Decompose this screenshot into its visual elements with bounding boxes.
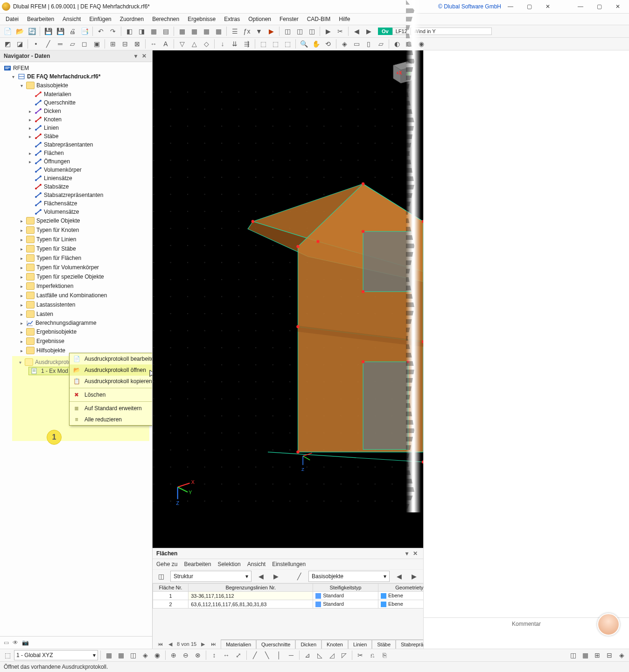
filter-icon[interactable]: ▼ [253,26,265,37]
tree-item[interactable]: ▸Dicken [25,107,152,115]
menu-extras[interactable]: Extras [220,15,244,23]
set2-icon[interactable]: ⊟ [119,38,131,49]
tab-materialien[interactable]: Materialien [221,640,256,649]
bt16-icon[interactable]: ⊿ [302,650,313,661]
fx-icon[interactable]: ƒx [241,26,252,37]
bt5-icon[interactable]: ◉ [152,650,163,661]
res2-icon[interactable]: ◫ [294,26,305,37]
tree-item[interactable]: ▸Knoten [25,116,152,123]
mdi-close-button[interactable]: ✕ [538,0,557,13]
tool4-icon[interactable]: ▤ [160,26,171,37]
pager-last-icon[interactable]: ⏭ [210,640,217,648]
tree-root[interactable]: RFEM [2,64,152,72]
bt10-icon[interactable]: ↔ [221,650,232,661]
fl-left-icon[interactable]: ◀ [255,571,266,582]
side-icon[interactable]: ▯ [363,38,374,49]
bt8-icon[interactable]: ⊗ [192,650,203,661]
bt-r3-icon[interactable]: ⊞ [592,650,603,661]
ctx-edit[interactable]: 📄Ausdruckprotokoll bearbeiten [70,353,152,364]
zoom-icon[interactable]: 🔍 [298,38,309,49]
tree-folder[interactable]: ▸Lastfälle und Kombinationen [17,291,152,300]
res1-icon[interactable]: ◫ [282,26,293,37]
load-case-selector[interactable]: Ov LF12 Wind in Y [378,28,492,35]
pager-next-icon[interactable]: ▶ [199,640,207,648]
ctx-collapse[interactable]: ≡Alle reduzieren [70,414,152,425]
surface-icon[interactable]: ▱ [67,38,78,49]
tree-item[interactable]: ▸Linien [25,124,152,132]
bt13-icon[interactable]: ╲ [261,650,273,661]
tab-dicken[interactable]: Dicken [295,640,321,649]
next-icon[interactable]: ▶ [363,26,374,37]
view2-icon[interactable]: ⬚ [270,38,281,49]
opening-icon[interactable]: ◻ [79,38,90,49]
basis-select[interactable]: Basisobjekte▾ [308,571,390,582]
table-row[interactable]: 1 33-36,117,116,112 Standard Ebene 1 [153,592,424,600]
tree-folder[interactable]: ▸Typen für Knoten [17,226,152,234]
load2-icon[interactable]: ⇊ [229,38,240,49]
text-icon[interactable]: A [160,38,171,49]
tree-folder[interactable]: ▸Typen für Linien [17,235,152,244]
fl-sel[interactable]: Selektion [217,561,240,567]
tool1-icon[interactable]: ◧ [124,26,135,37]
menu-berechnen[interactable]: Berechnen [148,15,183,23]
bt20-icon[interactable]: ✂ [355,650,366,661]
fl-ic2[interactable]: ╱ [294,571,305,582]
bt1-icon[interactable]: ▦ [103,650,114,661]
member-icon[interactable]: ═ [55,38,66,49]
t2b-icon[interactable]: ◪ [14,38,25,49]
fl-close-icon[interactable]: ✕ [411,549,419,558]
list-icon[interactable]: ☰ [229,26,240,37]
bt9-icon[interactable]: ↕ [209,650,220,661]
tree-item[interactable]: ▸Öffnungen [25,158,152,165]
tab-knoten[interactable]: Knoten [321,640,348,649]
tab-querschnitte[interactable]: Querschnitte [256,640,295,649]
iso-icon[interactable]: ◈ [339,38,350,49]
undo-icon[interactable]: ↶ [95,26,106,37]
bt4-icon[interactable]: ◈ [140,650,151,661]
view3-icon[interactable]: ⬚ [282,38,293,49]
flaechen-grid[interactable]: Fläche Nr. Begrenzungslinien Nr. Steifig… [153,583,423,639]
menu-ansicht[interactable]: Ansicht [59,15,84,23]
maximize-button[interactable]: ▢ [590,0,608,13]
bt-r1-icon[interactable]: ◫ [567,650,579,661]
tree-item[interactable]: Stabrepräsentanten [25,141,152,148]
fl-edit[interactable]: Bearbeiten [184,561,211,567]
nav-tab-icon[interactable]: ▭ [4,639,9,646]
assistant-avatar[interactable] [597,613,620,636]
tree-folder[interactable]: ▸Lasten [17,310,152,318]
set1-icon[interactable]: ⊞ [107,38,119,49]
tree-file[interactable]: ▾DE FAQ Mehrfachdruck.rf6* [8,73,152,80]
tab-linien[interactable]: Linien [348,640,372,649]
grid4-icon[interactable]: ▦ [213,26,224,37]
fl-settings[interactable]: Einstellungen [272,561,306,567]
bt14-icon[interactable]: │ [273,650,285,661]
menu-fenster[interactable]: Fenster [276,15,302,23]
bt11-icon[interactable]: ⤢ [233,650,244,661]
camera-icon[interactable]: 📷 [22,639,29,646]
ctx-open[interactable]: 📂Ausdruckprotokoll öffnen [70,364,152,376]
menu-einfuegen[interactable]: Einfügen [85,15,115,23]
grid3-icon[interactable]: ▦ [201,26,212,37]
navigation-cube[interactable]: +X -Y [388,56,418,86]
open-icon[interactable]: 📂 [14,26,25,37]
menu-ergebnisse[interactable]: Ergebnisse [184,15,219,23]
tree-folder[interactable]: ▸Spezielle Objekte [17,217,152,225]
mdi-minimize-button[interactable]: — [501,0,520,13]
saveall-icon[interactable]: 💾 [55,26,66,37]
bt3-icon[interactable]: ◫ [127,650,139,661]
bt-r2-icon[interactable]: ▦ [580,650,591,661]
pager-first-icon[interactable]: ⏮ [156,640,164,648]
anim-icon[interactable]: ▶ [322,26,334,37]
nav-close-icon[interactable]: ✕ [140,52,148,60]
tree-folder[interactable]: ▸Typen für Stäbe [17,245,152,253]
structure-select[interactable]: Struktur▾ [170,571,252,582]
fl-ic1[interactable]: ◫ [155,571,167,582]
wire-icon[interactable]: ⬡ [404,38,415,49]
tree-folder[interactable]: ▸Ergebnisobjekte [17,328,152,336]
tab-stabrep[interactable]: Stabrepräsenta [396,640,423,649]
set3-icon[interactable]: ⊠ [132,38,143,49]
tree-basis[interactable]: ▾Basisobjekte [17,81,152,90]
res3-icon[interactable]: ◫ [306,26,317,37]
bt15-icon[interactable]: ─ [286,650,297,661]
render-icon[interactable]: ◉ [416,38,427,49]
